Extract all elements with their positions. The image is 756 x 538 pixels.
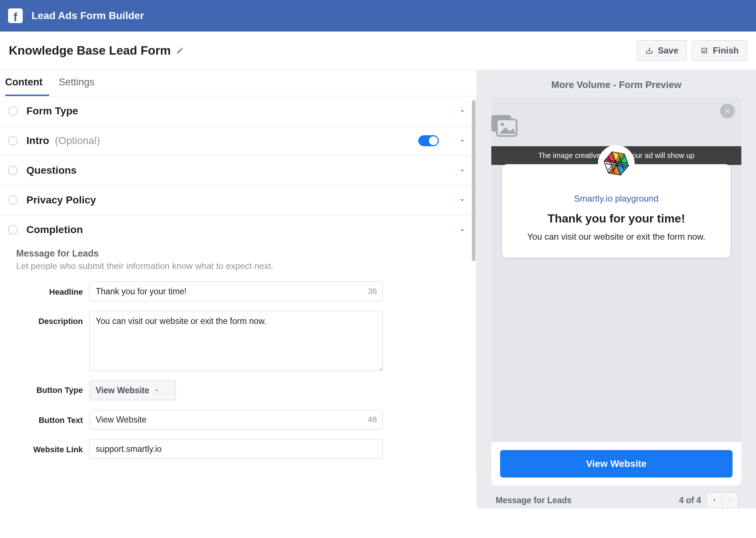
section-status-icon (8, 136, 18, 145)
finish-button[interactable]: Finish (692, 40, 747, 61)
svg-point-3 (501, 123, 504, 126)
section-intro-label: Intro (Optional) (26, 135, 100, 147)
preview-card: Smartly.io playground Thank you for your… (502, 164, 730, 258)
headline-input[interactable] (89, 281, 383, 301)
chevron-down-icon (451, 137, 468, 144)
message-for-leads-desc: Let people who submit their information … (16, 261, 467, 271)
preview-close-button[interactable] (720, 104, 735, 118)
chevron-down-icon (451, 107, 468, 115)
tab-content[interactable]: Content (5, 70, 49, 96)
intro-toggle[interactable] (418, 135, 439, 146)
chevron-down-icon (451, 167, 468, 174)
section-privacy-label: Privacy Policy (26, 194, 96, 206)
message-for-leads-heading: Message for Leads (16, 248, 467, 259)
caret-down-icon (154, 387, 159, 393)
chevron-down-icon (451, 196, 468, 204)
section-questions[interactable]: Questions (0, 156, 476, 185)
finish-icon (700, 47, 708, 55)
edit-title-icon[interactable] (176, 47, 184, 55)
section-form-type[interactable]: Form Type (0, 96, 476, 126)
topbar: f Lead Ads Form Builder (0, 0, 756, 32)
button-text-label: Button Text (16, 410, 89, 425)
button-type-select[interactable]: View Website (89, 380, 176, 400)
section-privacy[interactable]: Privacy Policy (0, 185, 476, 215)
section-completion[interactable]: Completion (0, 215, 476, 244)
chevron-up-icon (451, 226, 468, 233)
button-type-label: Button Type (16, 386, 89, 395)
website-link-input[interactable] (89, 439, 383, 459)
section-completion-label: Completion (26, 224, 83, 236)
preview-description: You can visit our website or exit the fo… (513, 231, 719, 243)
preview-footer: View Website (491, 442, 741, 486)
section-status-icon (8, 195, 18, 205)
form-title: Knowledge Base Lead Form (9, 44, 171, 58)
save-icon (645, 47, 653, 55)
topbar-title: Lead Ads Form Builder (32, 10, 144, 22)
button-text-counter: 48 (368, 415, 377, 424)
completion-body: Message for Leads Let people who submit … (0, 244, 476, 470)
preview-title: More Volume - Form Preview (477, 70, 756, 97)
preview-phone: The image creative used in your ad will … (491, 97, 741, 486)
title-row: Knowledge Base Lead Form Save Finish (0, 32, 756, 70)
save-button-label: Save (658, 45, 678, 56)
button-type-value: View Website (96, 386, 149, 395)
pager-prev-button[interactable] (706, 492, 722, 508)
save-button[interactable]: Save (637, 40, 687, 61)
left-panel: Content Settings Form Type Intro (Option… (0, 70, 477, 508)
pager-position: 4 of 4 (679, 495, 701, 505)
preview-pager: Message for Leads 4 of 4 (477, 486, 756, 508)
finish-button-label: Finish (713, 45, 739, 56)
section-status-icon (8, 166, 18, 175)
section-form-type-label: Form Type (26, 105, 78, 117)
description-label: Description (16, 311, 89, 326)
preview-page-name: Smartly.io playground (513, 194, 719, 204)
pager-label: Message for Leads (496, 495, 679, 505)
section-status-icon (8, 225, 18, 235)
tabs: Content Settings (0, 70, 477, 96)
preview-panel: More Volume - Form Preview The image cre… (477, 70, 756, 508)
button-text-input[interactable] (89, 410, 383, 430)
image-placeholder-icon (491, 115, 741, 137)
website-link-label: Website Link (16, 439, 89, 454)
pager-next-button[interactable] (722, 492, 738, 508)
headline-counter: 36 (368, 287, 377, 296)
tab-settings[interactable]: Settings (59, 70, 101, 96)
preview-headline: Thank you for your time! (513, 212, 719, 225)
preview-cta-button[interactable]: View Website (500, 450, 733, 478)
section-questions-label: Questions (26, 165, 77, 176)
page-avatar (598, 145, 635, 182)
headline-label: Headline (16, 281, 89, 297)
section-status-icon (8, 106, 18, 116)
section-intro[interactable]: Intro (Optional) (0, 126, 476, 156)
facebook-logo: f (8, 8, 23, 23)
description-textarea[interactable] (89, 311, 383, 371)
scrollbar[interactable] (472, 100, 476, 261)
